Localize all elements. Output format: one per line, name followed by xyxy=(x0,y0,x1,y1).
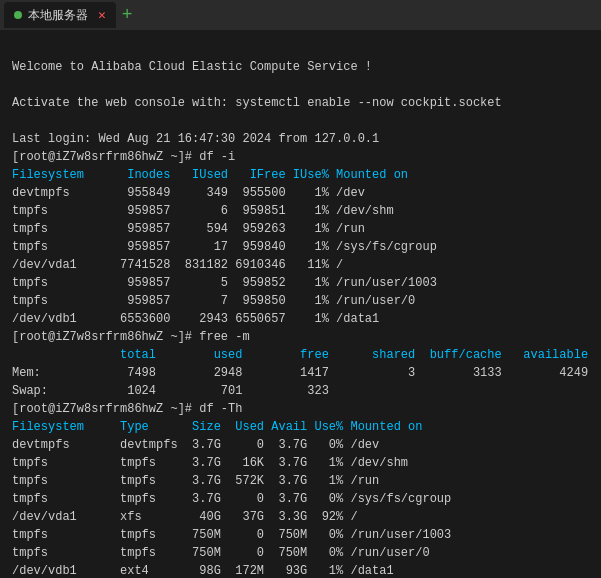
tab-label: 本地服务器 xyxy=(28,7,88,24)
terminal-line: tmpfs tmpfs 3.7G 0 3.7G 0% /sys/fs/cgrou… xyxy=(12,490,589,508)
terminal-line: [root@iZ7w8srfrm86hwZ ~]# df -Th xyxy=(12,400,589,418)
terminal-line: /dev/vdb1 6553600 2943 6550657 1% /data1 xyxy=(12,310,589,328)
terminal-line: tmpfs tmpfs 3.7G 572K 3.7G 1% /run xyxy=(12,472,589,490)
terminal-line: devtmpfs 955849 349 955500 1% /dev xyxy=(12,184,589,202)
terminal-line: Filesystem Type Size Used Avail Use% Mou… xyxy=(12,418,589,436)
terminal-line xyxy=(12,76,589,94)
tab-status-dot xyxy=(14,11,22,19)
terminal-line xyxy=(12,112,589,130)
terminal-line: Filesystem Inodes IUsed IFree IUse% Moun… xyxy=(12,166,589,184)
tab-local-server[interactable]: 本地服务器 ✕ xyxy=(4,2,116,28)
terminal-line: devtmpfs devtmpfs 3.7G 0 3.7G 0% /dev xyxy=(12,436,589,454)
new-tab-button[interactable]: + xyxy=(122,6,133,24)
terminal-line: tmpfs tmpfs 750M 0 750M 0% /run/user/100… xyxy=(12,526,589,544)
terminal-line: tmpfs tmpfs 750M 0 750M 0% /run/user/0 xyxy=(12,544,589,562)
terminal-line: /dev/vdb1 ext4 98G 172M 93G 1% /data1 xyxy=(12,562,589,578)
terminal-line: tmpfs 959857 5 959852 1% /run/user/1003 xyxy=(12,274,589,292)
terminal-line: tmpfs 959857 7 959850 1% /run/user/0 xyxy=(12,292,589,310)
terminal-line: /dev/vda1 xfs 40G 37G 3.3G 92% / xyxy=(12,508,589,526)
tab-close-button[interactable]: ✕ xyxy=(98,7,106,23)
terminal-line xyxy=(12,40,589,58)
terminal-line: Activate the web console with: systemctl… xyxy=(12,94,589,112)
terminal-line: tmpfs 959857 6 959851 1% /dev/shm xyxy=(12,202,589,220)
tab-bar: 本地服务器 ✕ + xyxy=(0,0,601,30)
terminal-line: Mem: 7498 2948 1417 3 3133 4249 xyxy=(12,364,589,382)
terminal-line: tmpfs 959857 17 959840 1% /sys/fs/cgroup xyxy=(12,238,589,256)
terminal-line: [root@iZ7w8srfrm86hwZ ~]# free -m xyxy=(12,328,589,346)
terminal-line: total used free shared buff/cache availa… xyxy=(12,346,589,364)
terminal-line: Swap: 1024 701 323 xyxy=(12,382,589,400)
terminal-line: /dev/vda1 7741528 831182 6910346 11% / xyxy=(12,256,589,274)
terminal-line: [root@iZ7w8srfrm86hwZ ~]# df -i xyxy=(12,148,589,166)
terminal-line: tmpfs tmpfs 3.7G 16K 3.7G 1% /dev/shm xyxy=(12,454,589,472)
terminal-line: tmpfs 959857 594 959263 1% /run xyxy=(12,220,589,238)
terminal-line: Welcome to Alibaba Cloud Elastic Compute… xyxy=(12,58,589,76)
terminal: Welcome to Alibaba Cloud Elastic Compute… xyxy=(0,30,601,578)
terminal-line: Last login: Wed Aug 21 16:47:30 2024 fro… xyxy=(12,130,589,148)
